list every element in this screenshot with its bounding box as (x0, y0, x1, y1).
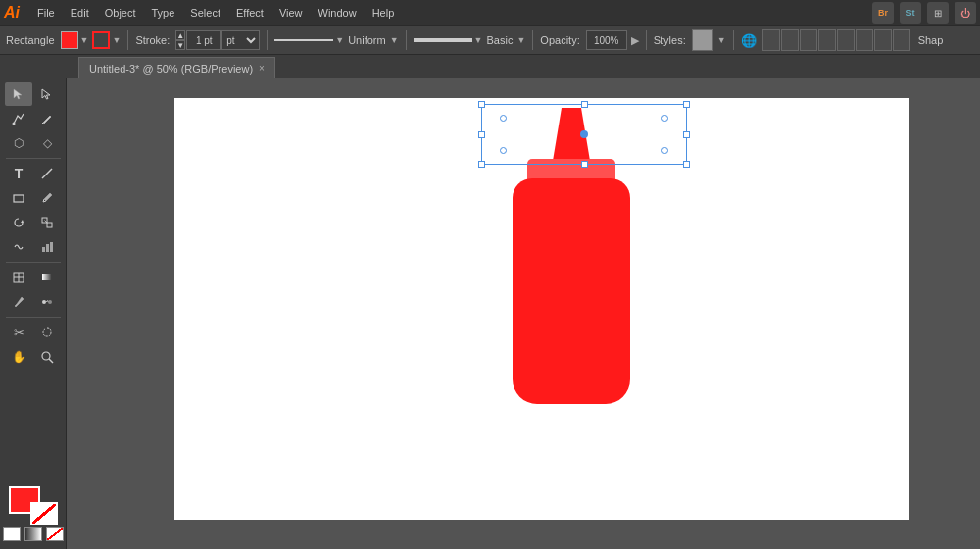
separator-2 (267, 30, 268, 50)
fill-color-swatch[interactable] (61, 31, 78, 49)
menu-window[interactable]: Window (311, 5, 365, 21)
handle-inner-tl[interactable] (500, 115, 507, 122)
align-btn-8[interactable] (893, 29, 910, 51)
globe-icon[interactable]: 🌐 (741, 33, 757, 48)
erase-btn[interactable]: ◇ (33, 131, 61, 155)
separator-3 (406, 30, 407, 50)
rect-tool-btn[interactable] (5, 186, 32, 210)
opacity-input[interactable] (586, 30, 627, 50)
pencil-tool-btn[interactable] (33, 107, 61, 130)
stroke-profile-group: ▼ (274, 35, 344, 45)
align-btn-6[interactable] (856, 29, 873, 51)
svg-rect-7 (46, 244, 49, 252)
canvas-area[interactable] (67, 78, 980, 549)
eyedropper-tool-btn[interactable] (5, 290, 32, 314)
handle-tm[interactable] (581, 101, 588, 108)
tab-close-btn[interactable]: × (259, 63, 265, 74)
uniform-arrow[interactable]: ▼ (390, 35, 399, 45)
handle-inner-br[interactable] (662, 147, 668, 154)
stroke-input[interactable] (186, 30, 221, 50)
shape-right-label: Shap (918, 34, 944, 46)
stroke-profile-preview (274, 39, 333, 41)
tool-row-pen (5, 107, 61, 130)
menu-help[interactable]: Help (365, 5, 403, 21)
basic-label-arrow[interactable]: ▼ (516, 35, 525, 45)
handle-ml[interactable] (478, 131, 485, 138)
handle-inner-tr[interactable] (662, 115, 668, 122)
opacity-label: Opacity: (540, 34, 579, 46)
scale-tool-btn[interactable] (33, 211, 61, 234)
top-right-icons: Br St ⊞ ⏻ (872, 2, 976, 24)
stroke-dropdown-arrow[interactable]: ▼ (112, 35, 121, 45)
menu-effect[interactable]: Effect (228, 5, 271, 21)
handle-tl[interactable] (478, 101, 485, 108)
menu-view[interactable]: View (271, 5, 311, 21)
svg-line-16 (49, 359, 53, 363)
handle-br[interactable] (683, 161, 690, 168)
workspace-icon[interactable]: ⊞ (927, 2, 949, 24)
stroke-swatch-big[interactable] (30, 502, 58, 525)
styles-arrow[interactable]: ▼ (717, 35, 726, 45)
svg-point-14 (48, 300, 52, 304)
svg-rect-12 (42, 274, 52, 280)
normal-mode-icon[interactable] (3, 527, 21, 541)
handle-inner-bl[interactable] (500, 147, 507, 154)
rotate-tool-btn[interactable] (5, 211, 32, 234)
blob-brush-btn[interactable]: ⬡ (5, 131, 32, 155)
artboard (174, 98, 909, 520)
blend-tool-btn[interactable] (33, 290, 61, 314)
stock-icon[interactable]: St (900, 2, 921, 24)
graph-tool-btn[interactable] (33, 235, 61, 259)
handle-tr[interactable] (683, 101, 690, 108)
stroke-down-btn[interactable]: ▼ (175, 40, 185, 50)
menu-select[interactable]: Select (182, 5, 228, 21)
warp-tool-btn[interactable] (5, 235, 32, 259)
expand-btn[interactable]: ▶ (631, 34, 639, 47)
mesh-tool-btn[interactable] (5, 266, 32, 289)
select-tool-btn[interactable] (5, 82, 32, 106)
lasso-btn[interactable] (33, 321, 61, 344)
gradient-tool-btn[interactable] (33, 266, 61, 289)
document-tab[interactable]: Untitled-3* @ 50% (RGB/Preview) × (78, 57, 275, 78)
align-btn-4[interactable] (818, 29, 836, 51)
main-area: ⬡ ◇ T (0, 78, 980, 549)
svg-point-13 (42, 300, 46, 304)
gradient-mode-icon[interactable] (24, 527, 42, 541)
basic-arrow[interactable]: ▼ (474, 35, 483, 45)
fill-dropdown-arrow[interactable]: ▼ (80, 35, 89, 45)
align-btn-1[interactable] (762, 29, 780, 51)
tools-panel: ⬡ ◇ T (0, 78, 67, 549)
activity-icon[interactable]: ⏻ (955, 2, 976, 24)
separator-4 (532, 30, 533, 50)
separator-1 (127, 30, 128, 50)
menu-file[interactable]: File (29, 5, 63, 21)
pen-tool-btn[interactable] (5, 107, 32, 130)
line-tool-btn[interactable] (33, 162, 61, 185)
bridge-icon[interactable]: Br (872, 2, 894, 24)
stroke-icon[interactable] (92, 31, 110, 49)
stroke-unit-select[interactable]: pt px mm (221, 30, 260, 50)
align-btn-2[interactable] (781, 29, 799, 51)
handle-bl[interactable] (478, 161, 485, 168)
handle-mr[interactable] (683, 131, 690, 138)
stroke-profile-arrow[interactable]: ▼ (335, 35, 344, 45)
basic-group: ▼ (414, 35, 483, 45)
align-btn-3[interactable] (800, 29, 817, 51)
menu-type[interactable]: Type (144, 5, 183, 21)
styles-swatch[interactable] (692, 29, 713, 51)
none-mode-icon[interactable] (46, 527, 64, 541)
stroke-up-btn[interactable]: ▲ (175, 30, 185, 40)
svg-rect-6 (42, 247, 45, 252)
hand-tool-btn[interactable]: ✋ (5, 345, 32, 369)
direct-select-tool-btn[interactable] (33, 82, 61, 106)
paintbrush-btn[interactable] (33, 186, 61, 210)
menu-edit[interactable]: Edit (63, 5, 97, 21)
type-tool-btn[interactable]: T (5, 162, 32, 185)
toolbar: Rectangle ▼ ▼ Stroke: ▲ ▼ pt px mm ▼ Uni… (0, 25, 980, 55)
zoom-tool-btn[interactable] (33, 345, 61, 369)
align-btn-7[interactable] (874, 29, 892, 51)
menu-object[interactable]: Object (97, 5, 144, 21)
align-btn-5[interactable] (837, 29, 855, 51)
scissors-tool-btn[interactable]: ✂ (5, 321, 32, 344)
stroke-color-group: ▼ (92, 31, 121, 49)
